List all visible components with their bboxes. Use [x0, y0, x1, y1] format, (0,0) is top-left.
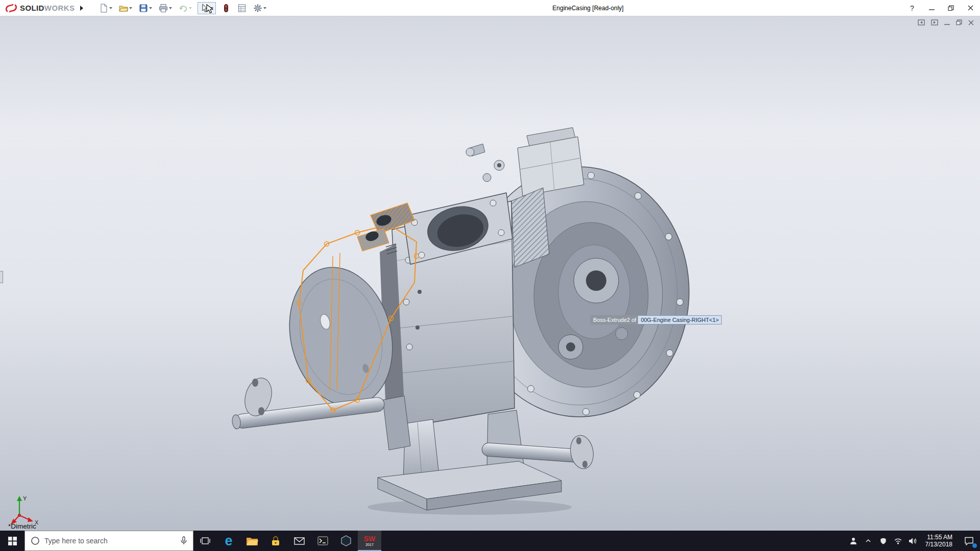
close-icon	[968, 5, 973, 11]
lock-app-icon	[270, 536, 281, 546]
undo-arrow-icon	[179, 4, 188, 13]
file-properties-button[interactable]	[236, 3, 248, 14]
chevron-down-icon	[129, 7, 132, 9]
doc-close-button[interactable]	[968, 20, 974, 26]
solidworks-year: 2017	[365, 543, 374, 546]
solidworks-app-icon: SW 2017	[364, 535, 376, 546]
taskbar-clock[interactable]: 11:55 AM 7/13/2018	[920, 531, 958, 551]
document-window-controls	[918, 19, 974, 26]
options-gear-icon	[253, 4, 262, 13]
mail-icon	[294, 537, 305, 545]
triad-y-label: Y	[23, 495, 27, 502]
search-input[interactable]	[44, 537, 176, 545]
tooltip-feature: Boss-Extrude2 of	[591, 316, 638, 324]
chevron-down-icon	[210, 7, 213, 9]
menu-flyout-arrow[interactable]	[77, 2, 87, 14]
close-button[interactable]	[961, 0, 980, 16]
tooltip-component: 00G-Engine Casing-RIGHT<1>	[638, 316, 721, 324]
minimize-icon	[929, 5, 935, 11]
select-cursor-icon	[200, 4, 209, 13]
screen: SOLIDWORKS	[0, 0, 980, 551]
options-button[interactable]	[252, 3, 267, 14]
pane-right-button[interactable]	[931, 19, 938, 26]
network-wifi-icon	[894, 537, 902, 545]
defender-shield-icon	[879, 537, 887, 545]
dassault-ds-icon	[5, 3, 17, 13]
titlebar: SOLIDWORKS	[0, 0, 980, 16]
taskbar-search[interactable]	[24, 531, 193, 551]
view-orientation-label: *Dimetric	[8, 522, 36, 530]
clock-date: 7/13/2018	[925, 541, 952, 548]
pane-left-icon	[918, 19, 925, 26]
graphics-viewport[interactable]: Boss-Extrude2 of 00G-Engine Casing-RIGHT…	[0, 16, 980, 531]
pane-right-icon	[931, 19, 938, 26]
people-icon	[849, 537, 857, 545]
properties-sheet-icon	[237, 4, 247, 13]
volume-icon	[909, 537, 917, 545]
rebuild-button[interactable]	[220, 3, 232, 14]
taskbar-app-command-prompt[interactable]	[311, 531, 334, 551]
windows-logo-icon	[8, 537, 17, 545]
section-cut-face[interactable]	[511, 188, 549, 267]
hexagon-app-icon	[341, 535, 351, 546]
chevron-up-icon	[865, 538, 872, 544]
top-housing-box[interactable]	[466, 128, 584, 196]
taskbar-app-mail[interactable]	[287, 531, 311, 551]
cortana-icon	[31, 536, 40, 545]
panel-collapse-handle[interactable]	[0, 271, 3, 283]
start-button[interactable]	[0, 531, 24, 551]
tray-network-button[interactable]	[891, 531, 905, 551]
clock-time: 11:55 AM	[927, 534, 952, 541]
taskbar-app-lock[interactable]	[264, 531, 287, 551]
new-document-button[interactable]	[98, 3, 113, 14]
tray-people-button[interactable]	[846, 531, 861, 551]
command-prompt-icon	[317, 536, 328, 545]
open-document-button[interactable]	[118, 3, 133, 14]
engine-casing-model[interactable]	[0, 16, 980, 531]
flyout-triangle-icon	[80, 5, 84, 11]
chevron-down-icon	[109, 7, 112, 9]
microphone-icon[interactable]	[180, 536, 187, 545]
chevron-down-icon	[189, 7, 192, 9]
file-explorer-icon	[246, 536, 258, 546]
printer-icon	[159, 4, 168, 13]
system-tray: 11:55 AM 7/13/2018	[846, 531, 980, 551]
action-center-button[interactable]	[958, 531, 980, 551]
taskbar: e	[0, 531, 980, 551]
brand-text: SOLIDWORKS	[20, 4, 75, 12]
window-title: EngineCasing [Read-only]	[552, 5, 623, 12]
taskbar-app-hexagon[interactable]	[334, 531, 358, 551]
doc-minimize-button[interactable]	[944, 20, 950, 26]
tray-hidden-icons-button[interactable]	[861, 531, 876, 551]
action-center-icon	[964, 537, 974, 545]
undo-button[interactable]	[178, 3, 193, 14]
maximize-restore-button[interactable]	[941, 0, 961, 16]
tray-defender-button[interactable]	[876, 531, 891, 551]
brand-solid: SOLID	[20, 4, 44, 12]
solidworks-abbr: SW	[364, 535, 376, 542]
rebuild-stoplight-icon	[222, 4, 231, 13]
taskbar-app-solidworks[interactable]: SW 2017	[358, 531, 381, 551]
notification-badge	[972, 543, 977, 548]
tray-volume-button[interactable]	[905, 531, 920, 551]
minimize-button[interactable]	[922, 0, 941, 16]
taskbar-app-file-explorer[interactable]	[240, 531, 264, 551]
new-document-icon	[99, 4, 108, 13]
chevron-down-icon	[263, 7, 266, 9]
restore-icon	[948, 5, 954, 11]
save-button[interactable]	[138, 3, 153, 14]
task-view-button[interactable]	[193, 531, 217, 551]
doc-restore-button[interactable]	[956, 19, 962, 26]
taskbar-app-edge[interactable]: e	[217, 531, 240, 551]
chevron-down-icon	[149, 7, 152, 9]
pane-left-button[interactable]	[918, 19, 925, 26]
doc-restore-icon	[956, 19, 962, 26]
main-toolbar	[98, 2, 267, 14]
selection-tooltip: Boss-Extrude2 of 00G-Engine Casing-RIGHT…	[591, 315, 722, 324]
help-button[interactable]: ?	[902, 0, 922, 16]
print-button[interactable]	[158, 3, 173, 14]
doc-minimize-icon	[944, 20, 950, 26]
save-floppy-icon	[139, 4, 148, 13]
select-tool-button[interactable]	[198, 2, 216, 14]
coordinate-triad: Y X	[10, 494, 43, 525]
